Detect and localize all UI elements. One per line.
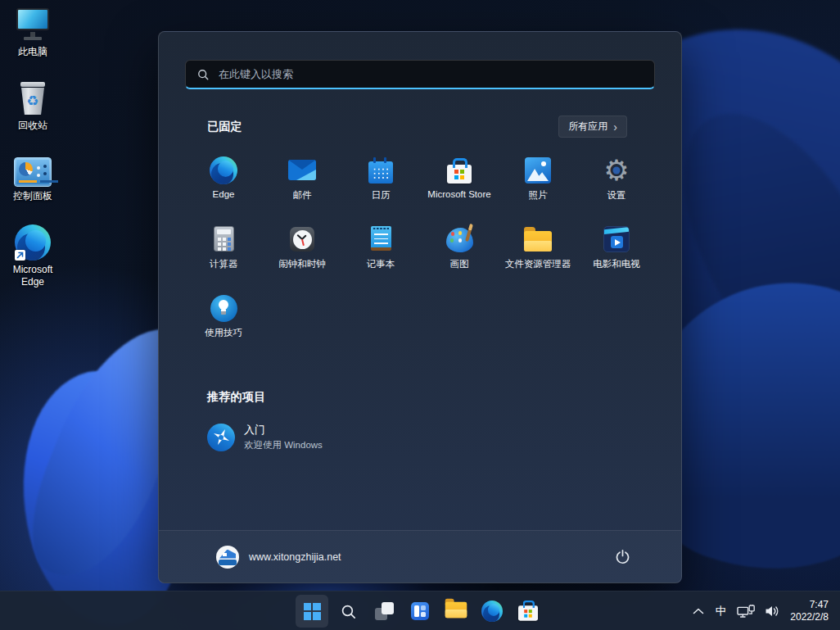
photos-icon bbox=[525, 157, 551, 184]
recommended-item-subtitle: 欢迎使用 Windows bbox=[244, 439, 323, 451]
pinned-app-photos[interactable]: 照片 bbox=[499, 146, 577, 215]
taskbar-center-icons bbox=[296, 591, 544, 630]
pinned-apps-grid: Edge 邮件 日历 Microsoft Store 照片 ⚙ 设置 bbox=[184, 146, 656, 352]
chevron-up-icon bbox=[693, 608, 704, 614]
user-account-button[interactable]: www.xitongzhijia.net bbox=[211, 542, 346, 572]
windows-logo-icon bbox=[304, 603, 321, 620]
start-button[interactable] bbox=[296, 595, 328, 628]
clock[interactable]: 7:47 2022/2/8 bbox=[785, 599, 832, 623]
all-apps-label: 所有应用 bbox=[568, 120, 607, 134]
pinned-app-file-explorer[interactable]: 文件资源管理器 bbox=[499, 215, 577, 283]
control-panel-icon bbox=[14, 157, 52, 187]
search-box[interactable] bbox=[185, 60, 655, 89]
start-menu: 已固定 所有应用 › Edge 邮件 日历 Microsoft Store 照片 bbox=[158, 31, 682, 583]
taskbar: 中 7:47 2022/2/8 bbox=[0, 591, 840, 630]
taskbar-file-explorer-button[interactable] bbox=[440, 595, 472, 628]
all-apps-button[interactable]: 所有应用 › bbox=[558, 116, 627, 138]
search-row bbox=[159, 32, 681, 89]
lightbulb-icon bbox=[210, 295, 237, 322]
network-button[interactable] bbox=[733, 595, 760, 628]
taskbar-search-button[interactable] bbox=[332, 595, 364, 628]
speaker-icon bbox=[765, 605, 780, 618]
recommended-header: 推荐的项目 bbox=[207, 390, 266, 405]
tray-date: 2022/2/8 bbox=[790, 611, 829, 623]
pinned-app-calendar[interactable]: 日历 bbox=[341, 146, 420, 215]
pinned-app-calculator[interactable]: 计算器 bbox=[184, 215, 263, 283]
desktop-icon-label: 回收站 bbox=[18, 120, 47, 132]
taskbar-store-button[interactable] bbox=[512, 595, 544, 628]
folder-icon bbox=[445, 601, 467, 618]
task-view-button[interactable] bbox=[368, 595, 400, 628]
network-icon bbox=[737, 605, 756, 619]
system-tray: 中 7:47 2022/2/8 bbox=[688, 591, 840, 630]
gear-icon: ⚙ bbox=[602, 156, 631, 185]
pinned-header: 已固定 bbox=[207, 120, 242, 134]
folder-icon bbox=[524, 231, 552, 252]
pinned-app-paint[interactable]: 画图 bbox=[420, 215, 499, 283]
desktop-icon-label: Microsoft Edge bbox=[2, 264, 64, 288]
calculator-icon bbox=[214, 226, 234, 252]
desktop-icon-microsoft-edge[interactable]: Microsoft Edge bbox=[2, 224, 64, 288]
edge-icon bbox=[15, 224, 51, 261]
recommended-item-get-started[interactable]: 入门 欢迎使用 Windows bbox=[197, 416, 423, 458]
shortcut-arrow-icon bbox=[15, 250, 25, 261]
pinned-app-settings[interactable]: ⚙ 设置 bbox=[577, 146, 656, 215]
pinned-app-edge[interactable]: Edge bbox=[184, 146, 263, 215]
tray-time: 7:47 bbox=[790, 599, 829, 611]
user-name: www.xitongzhijia.net bbox=[249, 551, 341, 563]
widgets-icon bbox=[411, 602, 429, 620]
pinned-app-notepad[interactable]: 记事本 bbox=[341, 215, 420, 283]
desktop-icon-this-pc[interactable]: 此电脑 bbox=[2, 7, 64, 58]
pinned-app-movies-tv[interactable]: 电影和电视 bbox=[577, 215, 656, 283]
clock-icon bbox=[290, 227, 314, 252]
notepad-icon bbox=[371, 226, 391, 251]
pinned-app-microsoft-store[interactable]: Microsoft Store bbox=[420, 146, 499, 215]
calendar-icon bbox=[368, 161, 393, 184]
desktop-icon-label: 此电脑 bbox=[18, 46, 47, 58]
chevron-right-icon: › bbox=[613, 122, 617, 132]
edge-icon bbox=[210, 156, 237, 184]
pinned-section-header: 已固定 所有应用 › bbox=[207, 116, 627, 138]
desktop-icon-recycle-bin[interactable]: ♻ 回收站 bbox=[2, 80, 64, 132]
desktop-icon-control-panel[interactable]: 控制面板 bbox=[2, 154, 64, 202]
windows-desktop: { "desktop": { "icons": [ { "label": "此电… bbox=[0, 0, 840, 630]
mail-icon bbox=[288, 160, 316, 180]
recycle-bin-icon: ♻ bbox=[15, 80, 51, 116]
ime-indicator[interactable]: 中 bbox=[710, 595, 733, 628]
paint-icon bbox=[446, 228, 473, 252]
start-menu-footer: www.xitongzhijia.net bbox=[159, 530, 681, 582]
power-icon bbox=[615, 549, 630, 564]
pinned-app-mail[interactable]: 邮件 bbox=[263, 146, 341, 215]
desktop-icon-label: 控制面板 bbox=[13, 190, 52, 202]
search-icon bbox=[196, 68, 210, 81]
task-view-icon bbox=[375, 602, 394, 620]
pinned-app-tips[interactable]: 使用技巧 bbox=[184, 283, 263, 352]
recommended-section-header: 推荐的项目 bbox=[207, 390, 627, 405]
edge-icon bbox=[481, 601, 503, 622]
user-avatar bbox=[216, 546, 239, 569]
get-started-icon bbox=[207, 424, 235, 451]
volume-button[interactable] bbox=[761, 595, 784, 628]
pinned-app-alarms-clock[interactable]: 闹钟和时钟 bbox=[263, 215, 341, 283]
recommended-list: 入门 欢迎使用 Windows bbox=[197, 416, 648, 458]
taskbar-edge-button[interactable] bbox=[476, 595, 508, 628]
search-icon bbox=[340, 603, 357, 620]
movies-tv-icon bbox=[603, 226, 630, 252]
recommended-item-title: 入门 bbox=[244, 423, 323, 437]
power-button[interactable] bbox=[606, 541, 639, 573]
this-pc-icon bbox=[14, 7, 52, 43]
widgets-button[interactable] bbox=[404, 595, 436, 628]
store-icon bbox=[447, 165, 472, 184]
recycle-symbol-icon: ♻ bbox=[26, 94, 38, 108]
store-icon bbox=[518, 605, 538, 620]
search-input[interactable] bbox=[219, 68, 644, 80]
desktop-icon-list: 此电脑 ♻ 回收站 控制面板 Microsoft Edge bbox=[2, 7, 64, 310]
tray-show-hidden-icons-button[interactable] bbox=[688, 595, 709, 628]
